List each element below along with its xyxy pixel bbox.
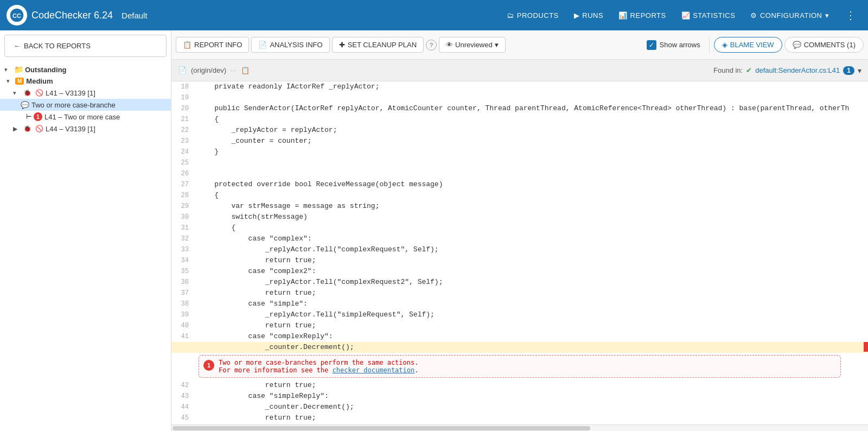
count-badge: 1	[843, 66, 854, 75]
check-icon: ✔	[746, 66, 752, 74]
set-cleanup-button[interactable]: ✚ SET CLEANUP PLAN	[332, 37, 424, 53]
bug-annotation: 1 Two or more case-branches perform the …	[199, 355, 841, 378]
checker-documentation-link[interactable]: checker documentation	[333, 366, 415, 374]
more-menu-icon[interactable]: ⋮	[840, 5, 861, 25]
code-line: 44 _counter.Decrement();	[171, 402, 868, 413]
tree-expand-icon: ▾	[4, 66, 12, 73]
found-in: Found in: ✔ default:SenderActor.cs:L41 1…	[713, 66, 861, 75]
svg-text:CC: CC	[12, 12, 21, 19]
tree-root[interactable]: ▾ 📁 Outstanding	[0, 64, 171, 75]
code-line: 41 case "complexReply":	[171, 331, 868, 342]
bug-icon: 🐞	[22, 88, 33, 97]
code-line: 40 return true;	[171, 320, 868, 331]
app-logo: CC	[7, 5, 27, 26]
tree-item-l41[interactable]: ▾ 🐞 🚫 L41 – V3139 [1]	[0, 87, 171, 99]
code-line: 33 _replyActor.Tell("complexRequest", Se…	[171, 244, 868, 255]
code-file-icon: 📄	[178, 66, 187, 74]
code-header-ellipsis[interactable]: ···	[231, 66, 237, 74]
code-line: 21 {	[171, 114, 868, 125]
bug-icon: 🐞	[22, 124, 33, 133]
blame-view-button[interactable]: ◈ BLAME VIEW	[714, 37, 782, 53]
disable-icon: 🚫	[34, 88, 44, 97]
code-line: 36 _replyActor.Tell("complexRequest2", S…	[171, 277, 868, 288]
code-line: 25	[171, 157, 868, 168]
tree-item-l44-label: L44 – V3139 [1]	[46, 125, 95, 133]
bug-badge: 1	[203, 360, 214, 371]
terminal-icon: ⊢	[26, 113, 31, 121]
found-in-file[interactable]: default:SenderActor.cs:L41	[755, 66, 840, 74]
sidebar: ← BACK TO REPORTS ▾ 📁 Outstanding ▾ M Me…	[0, 30, 171, 431]
bug-annotation-text2: For more information see the checker doc…	[219, 366, 835, 374]
chart-icon: 📊	[618, 11, 628, 20]
code-line: 43 case "simpleReply":	[171, 391, 868, 402]
checkbox-icon: ✓	[647, 40, 656, 50]
show-arrows-toggle[interactable]: ✓ Show arrows	[642, 38, 705, 52]
code-line: 46 }	[171, 423, 868, 424]
tree-item-case-branch[interactable]: 💬 Two or more case-branche	[0, 99, 171, 111]
folder-icon: 📁	[13, 65, 24, 74]
red-marker	[864, 342, 868, 352]
code-line: 35 case "complex2":	[171, 266, 868, 277]
nav-products[interactable]: 🗂 PRODUCTS	[500, 8, 565, 23]
code-path: (origin/dev)	[191, 66, 226, 74]
stats-icon: 📈	[681, 11, 691, 20]
tree-section: ▾ 📁 Outstanding ▾ M Medium ▾ 🐞 🚫 L41 – V…	[0, 61, 171, 137]
app-name: CodeChecker 6.24	[31, 10, 113, 21]
code-line: 30 switch(strMessage)	[171, 212, 868, 223]
bug-annotation-text1: Two or more case-branches perform the sa…	[219, 359, 835, 366]
expand-arrow-icon[interactable]: ▾	[858, 66, 861, 75]
tree-expand-icon: ▾	[7, 78, 14, 85]
code-line: 27 protected override bool ReceiveMessag…	[171, 179, 868, 190]
copy-icon[interactable]: 📋	[241, 66, 250, 74]
horizontal-scrollbar[interactable]	[171, 424, 868, 431]
analysis-info-button[interactable]: 📄 ANALYSIS INFO	[251, 37, 329, 53]
eye-icon: 👁	[446, 41, 453, 49]
comments-button[interactable]: 💬 COMMENTS (1)	[784, 37, 864, 53]
play-icon: ▶	[574, 11, 580, 20]
report-info-button[interactable]: 📋 REPORT INFO	[176, 37, 249, 53]
chevron-down-icon: ▾	[495, 41, 499, 49]
back-to-reports-button[interactable]: ← BACK TO REPORTS	[4, 35, 167, 57]
code-line: 39 _replyActor.Tell("simpleRequest", Sel…	[171, 309, 868, 320]
comment-icon: 💬	[793, 41, 801, 49]
top-nav: 🗂 PRODUCTS ▶ RUNS 📊 REPORTS 📈 STATISTICS…	[500, 8, 835, 23]
code-line: 18 private readonly IActorRef _replyActo…	[171, 81, 868, 92]
tree-item-l44[interactable]: ▶ 🐞 🚫 L44 – V3139 [1]	[0, 123, 171, 135]
code-line: 24 }	[171, 147, 868, 157]
code-line: 20 public SenderActor(IActorRef replyAct…	[171, 103, 868, 114]
code-line: 19	[171, 92, 868, 103]
tree-root-label: Outstanding	[25, 66, 67, 74]
code-lines: 18 private readonly IActorRef _replyActo…	[171, 81, 868, 424]
analysis-icon: 📄	[258, 41, 267, 49]
toolbar: 📋 REPORT INFO 📄 ANALYSIS INFO ✚ SET CLEA…	[171, 30, 868, 60]
plus-icon: ✚	[339, 41, 345, 49]
nav-statistics[interactable]: 📈 STATISTICS	[675, 8, 742, 23]
nav-reports[interactable]: 📊 REPORTS	[612, 8, 673, 23]
nav-runs[interactable]: ▶ RUNS	[567, 8, 610, 23]
back-arrow-icon: ←	[14, 42, 21, 50]
main-layout: ← BACK TO REPORTS ▾ 📁 Outstanding ▾ M Me…	[0, 30, 868, 431]
code-line: 29 var strMessage = message as string;	[171, 201, 868, 212]
code-line: 32 case "complex":	[171, 233, 868, 244]
status-dropdown[interactable]: 👁 Unreviewed ▾	[439, 37, 506, 53]
code-header: 📄 (origin/dev) ··· 📋 Found in: ✔ default…	[171, 60, 868, 81]
code-editor[interactable]: 18 private readonly IActorRef _replyActo…	[171, 81, 868, 424]
scroll-thumb[interactable]	[173, 426, 590, 430]
toolbar-separator	[709, 37, 710, 53]
content-area: 📋 REPORT INFO 📄 ANALYSIS INFO ✚ SET CLEA…	[171, 30, 868, 431]
tree-medium-label: Medium	[26, 77, 53, 85]
code-line: 31 {	[171, 223, 868, 233]
code-line: 23 _counter = counter;	[171, 136, 868, 147]
help-icon[interactable]: ?	[426, 40, 437, 50]
code-line-highlighted: _counter.Decrement();	[171, 342, 868, 353]
code-line: 42 return true;	[171, 380, 868, 391]
tree-item-l41-sub[interactable]: ⊢ 1 L41 – Two or more case	[0, 111, 171, 123]
code-line: 45 return true;	[171, 413, 868, 423]
nav-configuration[interactable]: ⚙ CONFIGURATION ▾	[744, 8, 835, 23]
tree-expand-icon: ▾	[13, 90, 21, 97]
tree-medium[interactable]: ▾ M Medium	[0, 75, 171, 87]
chevron-down-icon: ▾	[825, 11, 829, 20]
code-line: 22 _replyActor = replyActor;	[171, 125, 868, 136]
report-info-icon: 📋	[183, 41, 192, 49]
code-panel: 📄 (origin/dev) ··· 📋 Found in: ✔ default…	[171, 60, 868, 431]
